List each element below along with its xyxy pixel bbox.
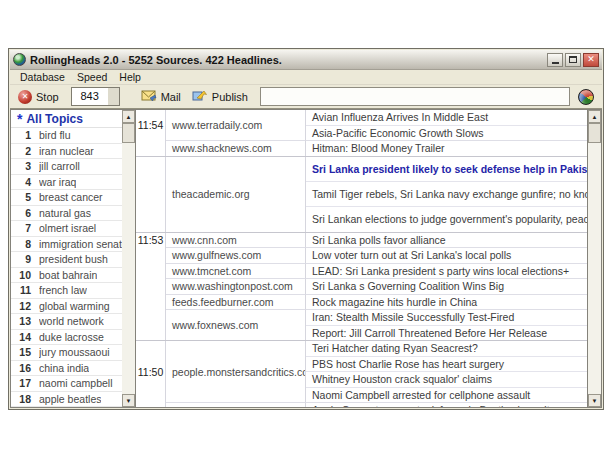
source-cell[interactable]: www.tmcnet.com <box>166 263 306 279</box>
sidebar-topic-row[interactable]: 17naomi campbell <box>11 376 122 392</box>
sidebar-scrollbar[interactable]: ▲ ▼ <box>122 110 135 407</box>
maximize-button[interactable] <box>565 53 581 67</box>
main-scroll-track[interactable] <box>588 143 601 394</box>
sidebar-topic-row[interactable]: 10boat bahrain <box>11 268 122 284</box>
source-cell[interactable]: www.terradaily.com <box>166 110 306 140</box>
all-topics-header[interactable]: * All Topics <box>11 110 122 128</box>
mail-button[interactable]: Mail <box>138 88 184 105</box>
topic-label: olmert israel <box>39 222 96 234</box>
headline-cell: Teri Hatcher dating Ryan Seacrest?PBS ho… <box>306 341 587 402</box>
sidebar-topic-row[interactable]: 4war iraq <box>11 175 122 191</box>
source-block: www.foxnews.comIran: Stealth Missile Suc… <box>136 309 587 340</box>
headline[interactable]: Sri Lanka president likely to seek defen… <box>306 157 587 181</box>
headline[interactable]: Tamil Tiger rebels, Sri Lanka navy excha… <box>306 181 587 206</box>
minimize-button[interactable] <box>547 53 563 67</box>
stop-button[interactable]: ✕ Stop <box>15 89 62 105</box>
headline-cell: Iran: Stealth Missile Successfully Test-… <box>306 309 587 340</box>
headline[interactable]: Whitney Houston crack squalor' claims <box>306 371 587 387</box>
topic-label: jury moussaoui <box>39 346 110 358</box>
headline[interactable]: Naomi Campbell arrested for cellphone as… <box>306 387 587 403</box>
publish-label: Publish <box>212 91 248 103</box>
title-bar[interactable]: RollingHeads 2.0 - 5252 Sources. 422 Hea… <box>10 50 602 70</box>
topic-number: 15 <box>11 346 31 358</box>
topic-number: 8 <box>11 238 31 250</box>
topic-label: breast cancer <box>39 191 103 203</box>
sidebar-topic-row[interactable]: 12global warming <box>11 299 122 315</box>
topic-number: 14 <box>11 331 31 343</box>
stop-icon: ✕ <box>18 90 32 104</box>
source-cell[interactable]: www.shacknews.com <box>166 140 306 156</box>
menu-database[interactable]: Database <box>14 71 71 83</box>
headline[interactable]: Rock magazine hits hurdle in China <box>306 294 587 310</box>
sidebar-scroll-down-icon[interactable]: ▼ <box>122 394 135 407</box>
topic-number: 1 <box>11 129 31 141</box>
headline[interactable]: Asia-Pacific Economic Growth Slows <box>306 125 587 141</box>
source-block: www.gulfnews.comLow voter turn out at Sr… <box>136 247 587 263</box>
sidebar-topic-row[interactable]: 3jill carroll <box>11 159 122 175</box>
sidebar-topic-row[interactable]: 18apple beatles <box>11 392 122 408</box>
sidebar-topic-row[interactable]: 13world network <box>11 314 122 330</box>
headline[interactable]: Report: Jill Carroll Threatened Before H… <box>306 325 587 341</box>
headline[interactable]: Sri Lanka s Governing Coalition Wins Big <box>306 278 587 294</box>
sidebar-topic-row[interactable]: 14duke lacrosse <box>11 330 122 346</box>
source-cell[interactable]: www.washingtonpost.com <box>166 278 306 294</box>
source-cell[interactable]: feeds.feedburner.com <box>166 294 306 310</box>
sidebar-topic-row[interactable]: 11french law <box>11 283 122 299</box>
headline[interactable]: Hitman: Blood Money Trailer <box>306 140 587 156</box>
headline[interactable]: Sri Lankan elections to judge government… <box>306 206 587 231</box>
time-cell <box>136 309 166 340</box>
source-cell[interactable]: www.foxnews.com <box>166 309 306 340</box>
time-cell <box>136 263 166 279</box>
headline-cell: Sri Lanka s Governing Coalition Wins Big <box>306 278 587 294</box>
sidebar-topic-row[interactable]: 9president bush <box>11 252 122 268</box>
source-block: feeds.feedburner.comRock magazine hits h… <box>136 294 587 310</box>
topic-number: 11 <box>11 284 31 296</box>
sidebar-topic-row[interactable]: 16china india <box>11 361 122 377</box>
sidebar-scroll-up-icon[interactable]: ▲ <box>122 110 135 123</box>
headline-list: 11:54www.terradaily.comAvian Influenza A… <box>136 110 587 407</box>
topics-sidebar: * All Topics 1bird flu2iran nuclear3jill… <box>11 110 136 407</box>
topic-number: 16 <box>11 362 31 374</box>
source-cell[interactable]: subs.nzherald.co.nz <box>166 402 306 407</box>
source-cell[interactable]: www.gulfnews.com <box>166 247 306 263</box>
source-cell[interactable]: people.monstersandcritics.com <box>166 341 306 402</box>
topic-number: 6 <box>11 207 31 219</box>
source-cell[interactable]: www.cnn.com <box>166 233 306 248</box>
main-scroll-up-icon[interactable]: ▲ <box>588 110 601 123</box>
headline[interactable]: Low voter turn out at Sri Lanka's local … <box>306 247 587 263</box>
topic-number: 17 <box>11 377 31 389</box>
topic-label: world network <box>39 315 104 327</box>
sidebar-topic-row[interactable]: 1bird flu <box>11 128 122 144</box>
address-input[interactable] <box>260 87 570 106</box>
headline[interactable]: Avian Influenza Arrives In Middle East <box>306 110 587 125</box>
headline-counter-field[interactable]: 843 <box>71 87 120 106</box>
source-block: 11:53www.cnn.comSri Lanka polls favor al… <box>136 232 587 248</box>
sidebar-topic-row[interactable]: 2iran nuclear <box>11 144 122 160</box>
main-scrollbar[interactable]: ▲ ▼ <box>587 110 601 407</box>
sidebar-topic-row[interactable]: 6natural gas <box>11 206 122 222</box>
stop-label: Stop <box>36 91 59 103</box>
go-button[interactable] <box>575 87 597 107</box>
headline[interactable]: Iran: Stealth Missile Successfully Test-… <box>306 309 587 325</box>
close-button[interactable]: ✕ <box>583 53 599 67</box>
headline[interactable]: LEAD: Sri Lanka president s party wins l… <box>306 263 587 279</box>
headline[interactable]: PBS host Charlie Rose has heart surgery <box>306 356 587 372</box>
main-scroll-down-icon[interactable]: ▼ <box>588 394 601 407</box>
sidebar-topic-row[interactable]: 15jury moussaoui <box>11 345 122 361</box>
menu-help[interactable]: Help <box>113 71 147 83</box>
menu-speed[interactable]: Speed <box>71 71 113 83</box>
source-cell[interactable]: theacademic.org <box>166 157 306 232</box>
sidebar-topic-row[interactable]: 7olmert israel <box>11 221 122 237</box>
main-scroll-thumb[interactable] <box>588 123 601 143</box>
headline[interactable]: Apple Computer mounts defence in Beatles… <box>306 402 587 407</box>
time-cell <box>136 294 166 310</box>
headline-cell: Avian Influenza Arrives In Middle EastAs… <box>306 110 587 140</box>
sidebar-topic-row[interactable]: 5breast cancer <box>11 190 122 206</box>
sidebar-scroll-track[interactable] <box>122 143 135 394</box>
sidebar-topic-row[interactable]: 8immigration senate <box>11 237 122 253</box>
headline-cell: Sri Lanka president likely to seek defen… <box>306 157 587 232</box>
headline[interactable]: Sri Lanka polls favor alliance <box>306 233 587 248</box>
publish-button[interactable]: Publish <box>189 88 251 105</box>
sidebar-scroll-thumb[interactable] <box>122 123 135 143</box>
headline[interactable]: Teri Hatcher dating Ryan Seacrest? <box>306 341 587 356</box>
